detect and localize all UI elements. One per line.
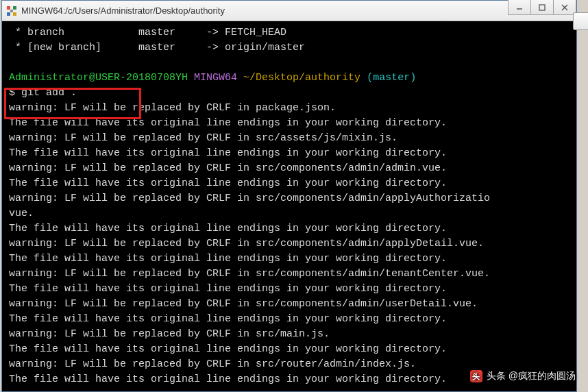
svg-rect-0 <box>7 6 10 10</box>
terminal-line: The file will have its original line end… <box>9 176 569 191</box>
terminal-line: warning: LF will be replaced by CRLF in … <box>9 161 569 176</box>
watermark-text: 头条 @疯狂的肉圆汤 <box>487 370 576 382</box>
terminal-command: $ git add . <box>9 86 569 101</box>
window-title: MINGW64:/c/Users/Administrator/Desktop/a… <box>21 5 225 16</box>
terminal-line: The file will have its original line end… <box>9 116 569 131</box>
titlebar[interactable]: MINGW64:/c/Users/Administrator/Desktop/a… <box>2 1 576 21</box>
terminal-line: warning: LF will be replaced by CRLF in … <box>9 267 569 282</box>
terminal-blank <box>9 56 569 71</box>
terminal-line: vue. <box>9 206 569 221</box>
maximize-button[interactable] <box>530 0 554 15</box>
minimize-button[interactable] <box>508 0 531 15</box>
svg-rect-6 <box>539 5 545 10</box>
window-controls <box>509 0 576 15</box>
svg-rect-1 <box>13 6 16 10</box>
terminal-line: warning: LF will be replaced by CRLF in … <box>9 131 569 146</box>
terminal-line: The file will have its original line end… <box>9 342 569 357</box>
side-tab[interactable] <box>573 12 588 30</box>
terminal-line: warning: LF will be replaced by CRLF in … <box>9 327 569 342</box>
watermark-icon: 头 <box>470 370 482 382</box>
svg-rect-2 <box>7 12 10 16</box>
terminal-line: warning: LF will be replaced by CRLF in … <box>9 191 569 206</box>
svg-point-4 <box>10 9 13 12</box>
terminal-line: The file will have its original line end… <box>9 252 569 267</box>
terminal-body[interactable]: * branch master -> FETCH_HEAD * [new bra… <box>2 21 576 391</box>
terminal-prompt: Administrator@USER-20180708YH MINGW64 ~/… <box>9 71 569 86</box>
terminal-line: The file will have its original line end… <box>9 282 569 297</box>
terminal-line: * [new branch] master -> origin/master <box>9 40 569 56</box>
terminal-line: warning: LF will be replaced by CRLF in … <box>9 297 569 312</box>
terminal-line: The file will have its original line end… <box>9 312 569 327</box>
terminal-line: warning: LF will be replaced by CRLF in … <box>9 101 569 116</box>
terminal-line: The file will have its original line end… <box>9 146 569 161</box>
terminal-line: The file will have its original line end… <box>9 221 569 236</box>
app-icon <box>6 5 17 16</box>
watermark: 头 头条 @疯狂的肉圆汤 <box>470 370 576 382</box>
svg-rect-3 <box>13 12 16 16</box>
terminal-window: MINGW64:/c/Users/Administrator/Desktop/a… <box>1 0 577 392</box>
terminal-line: warning: LF will be replaced by CRLF in … <box>9 236 569 252</box>
terminal-line: * branch master -> FETCH_HEAD <box>9 25 569 40</box>
